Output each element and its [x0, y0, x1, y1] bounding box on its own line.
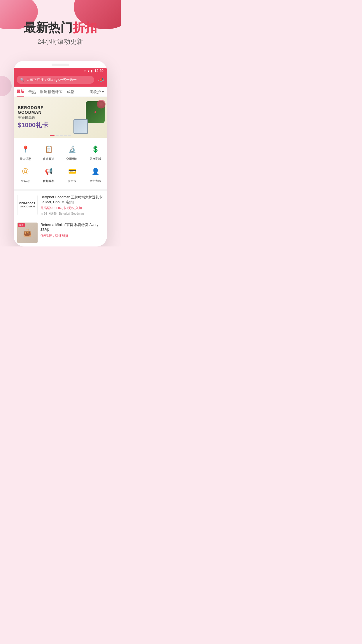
guide-icon: 📋	[43, 144, 55, 155]
signal-icon: ▲	[87, 69, 90, 73]
deal-title-2: Rebecca Minkoff官网 私密特卖 Avery $73收	[41, 223, 103, 232]
deal-promo-1: 最高送$1,000礼卡+无税 入加...	[41, 206, 103, 210]
star-icon: ☆	[41, 212, 43, 215]
divider-1	[14, 189, 107, 191]
quick-link-nearby[interactable]: 📍 周边优惠	[14, 141, 37, 163]
quick-link-men[interactable]: 👤 男士专区	[84, 163, 107, 186]
dot-4	[68, 135, 71, 136]
quick-link-guide-label: 攻略频道	[43, 157, 55, 161]
quick-link-card-label: 信用卡	[68, 179, 76, 183]
banner-content: BERGDORF GOODMAN 满额最高送 $1000礼卡	[14, 102, 72, 133]
quick-link-guide[interactable]: 📋 攻略频道	[37, 141, 60, 163]
quick-link-card[interactable]: 💳 信用卡	[60, 163, 84, 186]
hero-title: 最新热门折扣	[6, 20, 115, 35]
deal-logo-1: BERGDORFGOODMAN	[17, 195, 38, 215]
quick-link-amazon[interactable]: ⓐ 亚马逊	[14, 163, 37, 186]
hero-title-part2: 折扣	[73, 21, 97, 34]
dot-active	[50, 135, 55, 136]
nav-tabs: 最新 最热 服饰箱包珠宝 成都 美妆护 ▾	[14, 87, 107, 97]
banner-image: ✦	[72, 98, 107, 136]
search-text: 大家正在搜：Glamglow买一送一	[26, 77, 91, 82]
app-header: 🔍 大家正在搜：Glamglow买一送一 📣	[14, 74, 107, 87]
deal-card-1[interactable]: BERGDORFGOODMAN Bergdorf Goodman 正价时尚大牌送…	[14, 191, 107, 219]
wifi-icon: ▾	[84, 69, 86, 73]
phone-notch	[52, 64, 69, 66]
quick-link-test[interactable]: 🔬 众测频道	[60, 141, 84, 163]
background-blob-left2	[0, 76, 12, 96]
quick-links-grid: 📍 周边优惠 📋 攻略频道 🔬 众测频道 💲 兑换商城 ⓐ 亚马逊 📢 折扣爆料…	[14, 138, 107, 189]
battery-icon: ▮	[91, 69, 93, 73]
deal-content-2: Rebecca Minkoff官网 私密特卖 Avery $73收 低至3折，额…	[41, 223, 103, 243]
deal-logo-text-1: BERGDORFGOODMAN	[19, 202, 36, 209]
banner-dots	[50, 135, 71, 136]
tab-city[interactable]: 成都	[67, 89, 74, 96]
men-icon: 👤	[89, 166, 101, 177]
redeem-icon: 💲	[89, 144, 101, 155]
quick-link-amazon-label: 亚马逊	[21, 179, 30, 183]
quick-link-nearby-label: 周边优惠	[20, 157, 31, 161]
status-bar: ▾ ▲ ▮ 12:30	[14, 68, 107, 74]
quick-link-test-label: 众测频道	[66, 157, 78, 161]
deal-card-2[interactable]: 👜 置顶 Rebecca Minkoff官网 私密特卖 Avery $73收 低…	[14, 219, 107, 246]
card-icon: 💳	[66, 166, 78, 177]
quick-link-redeem[interactable]: 💲 兑换商城	[84, 141, 107, 163]
deal-badge-2: 置顶	[18, 223, 25, 227]
location-icon: 📍	[20, 144, 31, 155]
quick-link-deal-label: 折扣爆料	[43, 179, 55, 183]
deal-comments: 💬 56	[49, 212, 57, 215]
dot-2	[60, 135, 63, 136]
deal-title-1: Bergdorf Goodman 正价时尚大牌送礼卡 La Mer, Cpb, …	[41, 195, 103, 205]
deal-content-1: Bergdorf Goodman 正价时尚大牌送礼卡 La Mer, Cpb, …	[41, 195, 103, 215]
deal-icon: 📢	[43, 166, 55, 177]
deal-promo-2: 低至3折，额外75折	[41, 234, 103, 238]
status-icons: ▾ ▲ ▮	[84, 69, 93, 73]
banner-brand: BERGDORF GOODMAN	[18, 105, 68, 115]
tab-latest[interactable]: 最新	[17, 89, 24, 97]
search-bar[interactable]: 🔍 大家正在搜：Glamglow买一送一	[17, 76, 94, 84]
banner-sub: 满额最高送	[18, 115, 68, 120]
hero-title-part1: 最新热门	[24, 21, 73, 34]
deal-meta-1: ☆ 94 💬 56 Bergdorf Goodman	[41, 212, 103, 215]
hero-section: 最新热门折扣 24小时滚动更新	[0, 0, 121, 55]
search-icon: 🔍	[20, 78, 24, 82]
quick-link-men-label: 男士专区	[89, 179, 101, 183]
banner-promo: $1000礼卡	[18, 121, 68, 130]
quick-link-redeem-label: 兑换商城	[89, 157, 101, 161]
status-time: 12:30	[94, 69, 103, 73]
tab-hot[interactable]: 最热	[28, 89, 36, 96]
banner[interactable]: BERGDORF GOODMAN 满额最高送 $1000礼卡 ✦	[14, 97, 107, 138]
megaphone-button[interactable]: 📣	[98, 77, 104, 83]
deal-stars: ☆ 94	[41, 212, 47, 215]
tab-more[interactable]: 美妆护 ▾	[89, 89, 104, 96]
quick-link-deal[interactable]: 📢 折扣爆料	[37, 163, 60, 186]
amazon-icon: ⓐ	[20, 166, 31, 177]
tab-fashion[interactable]: 服饰箱包珠宝	[40, 89, 63, 96]
phone-mockup: ▾ ▲ ▮ 12:30 🔍 大家正在搜：Glamglow买一送一 📣 最新 最热…	[14, 61, 107, 246]
lab-icon: 🔬	[66, 144, 78, 155]
deal-image-2: 👜 置顶	[17, 223, 38, 243]
dot-3	[64, 135, 67, 136]
dot-1	[56, 135, 59, 136]
comment-icon: 💬	[49, 212, 53, 215]
hero-subtitle: 24小时滚动更新	[6, 37, 115, 46]
deal-source-1: Bergdorf Goodman	[59, 212, 84, 215]
